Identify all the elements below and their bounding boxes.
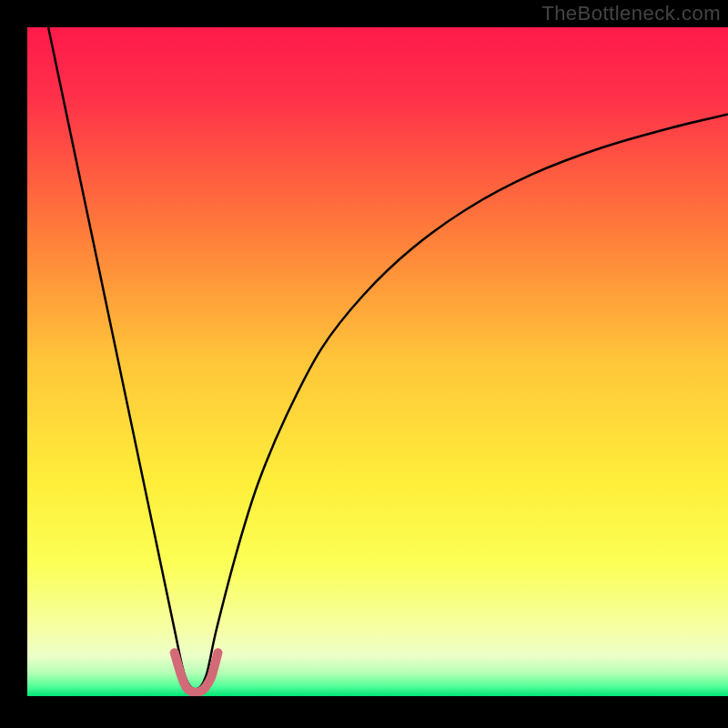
chart-background-gradient bbox=[27, 27, 728, 696]
chart-plot-area bbox=[27, 27, 728, 696]
watermark-text: TheBottleneck.com bbox=[541, 2, 721, 25]
svg-rect-0 bbox=[27, 27, 728, 696]
